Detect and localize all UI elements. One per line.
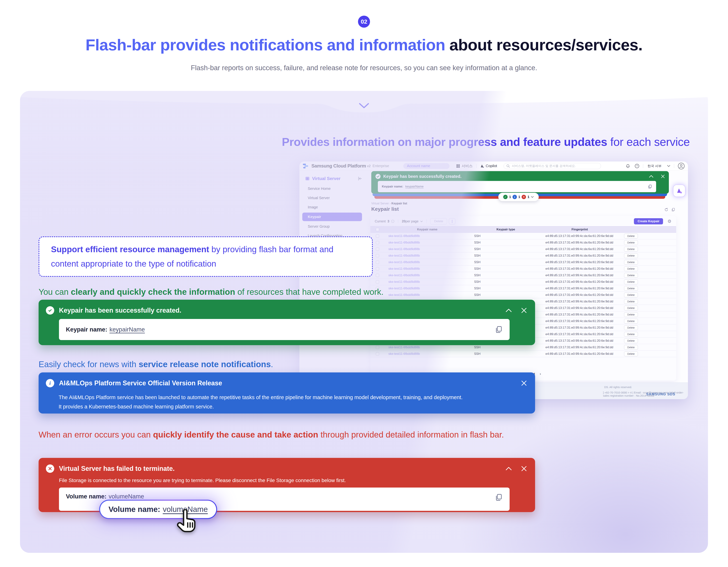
keypair-name-link[interactable]: ske-test11-6fbdd9d88b (388, 261, 420, 264)
sidebar-item-service-home[interactable]: Service Home (299, 184, 367, 193)
per-page-select[interactable]: 20per page (402, 220, 418, 223)
field-value[interactable]: keypairName (405, 185, 424, 189)
sidebar-item-keypair[interactable]: Keypair (302, 213, 362, 221)
row-checkbox[interactable] (376, 235, 379, 238)
row-delete-button[interactable]: Delete (624, 286, 638, 291)
row-delete-button[interactable]: Delete (624, 338, 638, 343)
toolbar-divider (398, 220, 398, 223)
row-delete-button[interactable]: Delete (624, 319, 638, 323)
collapse-sidebar-icon[interactable] (358, 176, 362, 181)
keypair-name-link[interactable]: ske-test11-6fbdd9d88b (388, 274, 420, 277)
col-header-fingerprint[interactable]: Fingerprint (541, 228, 618, 231)
info-body-line1: The AI&MLOps Platform service has been l… (59, 393, 527, 402)
col-header-keypair-type[interactable]: Keypair type (470, 228, 541, 231)
row-delete-button[interactable]: Delete (624, 332, 638, 336)
row-delete-button[interactable]: Delete (624, 292, 638, 297)
search-input[interactable]: 서비스명, 마켓플레이스 및 문서를 검색하세요. (504, 163, 601, 169)
chevron-down-icon[interactable] (420, 221, 423, 222)
close-flashbar-icon[interactable] (521, 307, 527, 313)
row-checkbox[interactable] (376, 248, 379, 251)
row-delete-button[interactable]: Delete (624, 247, 638, 252)
services-menu[interactable]: 서비스 (456, 164, 473, 168)
copilot-floating-button[interactable] (673, 185, 685, 197)
brand-name: Samsung Cloud Platform (311, 163, 366, 169)
row-delete-button[interactable]: Delete (624, 280, 638, 284)
row-checkbox[interactable] (376, 274, 379, 277)
table-row: ske-test11-6fbdd9d88bSSHe4:89:d5:13:17:3… (370, 350, 676, 357)
row-delete-button[interactable]: Delete (624, 345, 638, 350)
row-checkbox[interactable] (376, 346, 379, 349)
row-delete-button[interactable]: Delete (624, 351, 638, 356)
success-count-icon: ✓ (503, 195, 508, 199)
row-delete-button[interactable]: Delete (624, 240, 638, 245)
sidebar-item-virtual-server[interactable]: Virtual Server (299, 193, 367, 203)
delete-button[interactable]: Delete (430, 218, 447, 225)
keypair-name-link[interactable]: ske-test11-6fbdd9d88b (388, 293, 420, 296)
account-name-pill[interactable]: Account name (403, 163, 450, 169)
row-delete-button[interactable]: Delete (624, 260, 638, 265)
keypair-name-link[interactable]: ske-test11-6fbdd9d88b (388, 254, 420, 257)
collapse-flashbar-icon[interactable] (649, 175, 654, 178)
copilot-menu[interactable]: Copilot (480, 164, 497, 168)
help-icon[interactable]: ? (635, 164, 639, 168)
create-keypair-button[interactable]: Create Keypair (634, 218, 663, 225)
refresh-icon[interactable] (664, 208, 668, 212)
row-delete-button[interactable]: Delete (624, 306, 638, 310)
profile-avatar[interactable] (678, 163, 685, 170)
fingerprint-cell: e4:89:d5:13:17:31:e0:99:4c:da:6a:61:20:6… (545, 319, 613, 323)
breadcrumb-parent[interactable]: Virtual Server (371, 202, 389, 205)
keypair-name-link[interactable]: ske-test11-6fbdd9d88b (388, 286, 420, 290)
copy-icon[interactable] (671, 208, 675, 212)
row-delete-button[interactable]: Delete (624, 267, 638, 271)
gear-icon[interactable]: ⚙ (667, 219, 671, 224)
sidebar-service-title[interactable]: Virtual Server (312, 176, 355, 181)
keypair-name-link[interactable]: ske-test11-6fbdd9d88b (388, 352, 420, 355)
chevron-down-icon[interactable] (667, 165, 670, 167)
field-value[interactable]: volumeName (109, 493, 144, 500)
breadcrumb[interactable]: Virtual Server › Keypair list (371, 202, 407, 205)
copy-icon[interactable] (495, 325, 503, 333)
footer-copyright: DS. All rights reserved. (604, 385, 632, 389)
keypair-name-link[interactable]: ske-test11-6fbdd9d88b (388, 280, 420, 284)
keypair-name-link[interactable]: ske-test11-6fbdd9d88b (388, 345, 420, 349)
row-checkbox[interactable] (376, 280, 379, 284)
flashbar-counter-pill[interactable]: ✓ 1 i 1 ✕ 1 (498, 193, 539, 201)
close-flashbar-icon[interactable] (661, 174, 665, 178)
row-checkbox[interactable] (376, 241, 379, 244)
row-delete-button[interactable]: Delete (624, 253, 638, 258)
row-delete-button[interactable]: Delete (624, 312, 638, 317)
app-sidebar: Virtual Server Service Home Virtual Serv… (299, 171, 367, 399)
sidebar-item-image[interactable]: Image (299, 203, 367, 212)
bell-icon[interactable] (626, 164, 630, 168)
close-flashbar-icon[interactable] (521, 380, 527, 386)
copy-icon[interactable] (495, 493, 503, 501)
row-checkbox[interactable] (376, 254, 379, 257)
keypair-name-link[interactable]: ske-test11-6fbdd9d88b (388, 247, 420, 251)
more-actions-button[interactable]: ⋮ (449, 218, 455, 225)
info-count-icon: i (513, 195, 517, 199)
keypair-name-link[interactable]: ske-test11-6fbdd9d88b (388, 234, 420, 238)
keypair-name-link[interactable]: ske-test11-6fbdd9d88b (388, 267, 420, 271)
col-header-keypair-name[interactable]: Keypair name (384, 228, 470, 231)
panel-heading-bold: Provides information on major progress a… (282, 136, 607, 148)
row-checkbox[interactable] (376, 267, 379, 271)
collapse-flashbar-icon[interactable] (505, 466, 512, 471)
keypair-name-link[interactable]: ske-test11-6fbdd9d88b (388, 241, 420, 244)
row-delete-button[interactable]: Delete (624, 299, 638, 304)
row-checkbox[interactable] (376, 352, 379, 355)
copy-icon[interactable] (648, 185, 652, 189)
row-delete-button[interactable]: Delete (624, 234, 638, 239)
table-row: ske-test11-6fbdd9d88bSSHe4:89:d5:13:17:3… (370, 285, 676, 292)
next-arrow-icon[interactable]: › (540, 372, 541, 376)
table-row: ske-test11-6fbdd9d88bSSHe4:89:d5:13:17:3… (370, 246, 676, 253)
tooltip-label: Volume name: (108, 505, 160, 514)
select-all-checkbox[interactable] (376, 228, 379, 231)
row-checkbox[interactable] (376, 261, 379, 264)
row-delete-button[interactable]: Delete (624, 273, 638, 278)
field-value[interactable]: keypairName (109, 326, 145, 333)
collapse-flashbar-icon[interactable] (505, 308, 512, 312)
row-delete-button[interactable]: Delete (624, 325, 638, 330)
close-flashbar-icon[interactable] (521, 465, 527, 472)
region-selector[interactable]: 한국 서부 (648, 164, 662, 168)
sidebar-item-server-group[interactable]: Server Group (299, 222, 367, 231)
